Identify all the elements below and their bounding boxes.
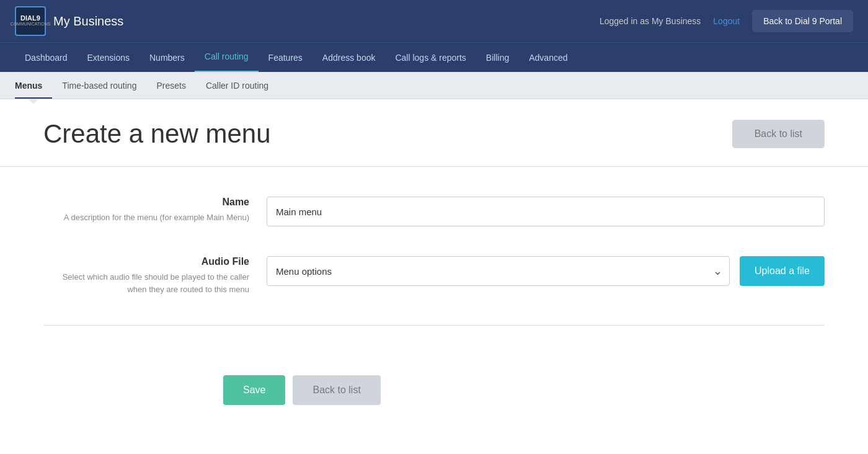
nav-item-address-book[interactable]: Address book bbox=[312, 43, 386, 73]
nav-item-features[interactable]: Features bbox=[259, 43, 312, 73]
logo-sub-text: COMMUNICATIONS bbox=[11, 22, 51, 27]
back-to-list-top-button[interactable]: Back to list bbox=[732, 120, 825, 148]
main-content: Create a new menu Back to list Name A de… bbox=[0, 99, 868, 454]
logo-area: DIAL9 COMMUNICATIONS My Business bbox=[15, 6, 123, 36]
logo-dial9-text: DIAL9 bbox=[20, 15, 40, 22]
save-button[interactable]: Save bbox=[223, 375, 285, 405]
subnav-item-time-based-routing[interactable]: Time-based routing bbox=[52, 72, 146, 99]
nav-item-numbers[interactable]: Numbers bbox=[140, 43, 195, 73]
audio-input-col: Menu options ⌄ Upload a file bbox=[267, 256, 825, 295]
page-title: Create a new menu bbox=[43, 119, 271, 149]
name-description: A description for the menu (for example … bbox=[64, 213, 249, 222]
audio-label: Audio File bbox=[43, 256, 249, 267]
app-title: My Business bbox=[53, 14, 123, 29]
audio-label-col: Audio File Select which audio file shoul… bbox=[43, 256, 267, 295]
audio-description: Select which audio file should be played… bbox=[63, 272, 249, 294]
name-form-row: Name A description for the menu (for exa… bbox=[43, 197, 825, 226]
nav-item-advanced[interactable]: Advanced bbox=[519, 43, 577, 73]
nav-item-dashboard[interactable]: Dashboard bbox=[15, 43, 78, 73]
sub-nav: Menus Time-based routing Presets Caller … bbox=[0, 72, 868, 99]
active-arrow bbox=[29, 99, 38, 104]
main-nav: Dashboard Extensions Numbers Call routin… bbox=[0, 42, 868, 72]
page-header: Create a new menu Back to list bbox=[0, 99, 868, 167]
name-input[interactable] bbox=[267, 197, 825, 226]
form-divider bbox=[43, 325, 825, 326]
logged-in-text: Logged in as My Business bbox=[600, 16, 701, 26]
subnav-item-presets[interactable]: Presets bbox=[146, 72, 195, 99]
logout-link[interactable]: Logout bbox=[713, 16, 740, 26]
audio-form-row: Audio File Select which audio file shoul… bbox=[43, 256, 825, 295]
back-portal-button[interactable]: Back to Dial 9 Portal bbox=[752, 10, 853, 32]
form-footer: Save Back to list bbox=[0, 375, 868, 430]
audio-select-wrapper: Menu options ⌄ bbox=[267, 256, 730, 286]
upload-file-button[interactable]: Upload a file bbox=[740, 256, 825, 286]
audio-select[interactable]: Menu options bbox=[267, 256, 730, 286]
nav-item-billing[interactable]: Billing bbox=[476, 43, 519, 73]
subnav-item-caller-id-routing[interactable]: Caller ID routing bbox=[196, 72, 278, 99]
form-area: Name A description for the menu (for exa… bbox=[0, 167, 868, 375]
name-label-col: Name A description for the menu (for exa… bbox=[43, 197, 267, 226]
nav-item-call-routing[interactable]: Call routing bbox=[195, 43, 259, 73]
nav-item-extensions[interactable]: Extensions bbox=[78, 43, 140, 73]
nav-item-call-logs[interactable]: Call logs & reports bbox=[385, 43, 476, 73]
subnav-item-menus[interactable]: Menus bbox=[15, 72, 52, 99]
top-header: DIAL9 COMMUNICATIONS My Business Logged … bbox=[0, 0, 868, 42]
logo-box: DIAL9 COMMUNICATIONS bbox=[15, 6, 46, 36]
back-to-list-footer-button[interactable]: Back to list bbox=[293, 375, 380, 405]
header-right: Logged in as My Business Logout Back to … bbox=[600, 10, 853, 32]
name-input-col bbox=[267, 197, 825, 226]
name-label: Name bbox=[43, 197, 249, 208]
